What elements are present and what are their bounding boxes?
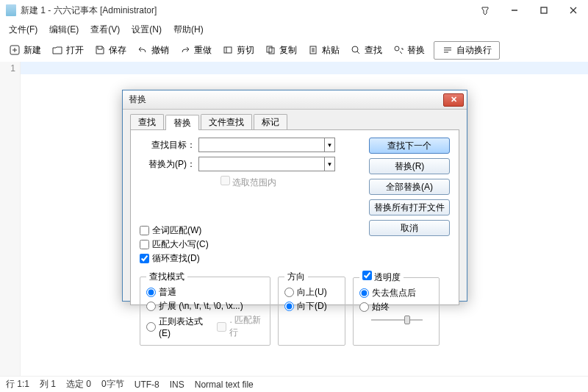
window-controls	[476, 1, 582, 19]
match-case-checkbox[interactable]	[140, 240, 149, 249]
tb-find[interactable]: 查找	[345, 42, 387, 59]
tb-open-label: 打开	[66, 44, 84, 57]
mode-regex[interactable]: 正则表达式(E) . 匹配新行	[146, 314, 264, 339]
dialog-body: 查找 替换 文件查找 标记 查找目标： ▼ 替换为(P)： ▼ 选取范围内 查找…	[123, 110, 467, 313]
find-target-input[interactable]: ▼	[198, 138, 335, 152]
slider-thumb[interactable]	[404, 316, 410, 324]
direction-group: 方向 向上(U) 向下(D)	[278, 271, 345, 346]
status-sel: 选定 0	[66, 378, 91, 391]
tb-replace-label: 替换	[407, 44, 425, 57]
status-filetype: Normal text file	[195, 379, 254, 390]
dot-newline-checkbox	[217, 322, 226, 332]
match-case-option[interactable]: 匹配大小写(C)	[140, 238, 450, 251]
tb-cut-label: 剪切	[237, 44, 254, 57]
tb-find-label: 查找	[365, 44, 382, 57]
replace-icon	[392, 44, 404, 56]
cut-icon	[222, 44, 234, 56]
menu-help[interactable]: 帮助(H)	[168, 22, 209, 38]
tb-wrap[interactable]: 自动换行	[434, 41, 500, 60]
replace-all-open-button[interactable]: 替换所有打开文件	[369, 199, 450, 215]
transparency-group: 透明度 失去焦点后 始终	[353, 271, 440, 346]
option-groups: 查找模式 普通 扩展 (\n, \r, \t, \0, \x...) 正则表达式…	[140, 271, 450, 346]
svg-point-15	[352, 46, 358, 52]
replace-with-input[interactable]: ▼	[198, 157, 335, 171]
replace-button[interactable]: 替换(R)	[369, 158, 450, 174]
menu-edit[interactable]: 编辑(E)	[43, 22, 85, 38]
find-target-label: 查找目标：	[140, 139, 198, 152]
tab-file-find[interactable]: 文件查找	[201, 114, 252, 129]
status-row: 行 1:1	[6, 378, 29, 391]
cancel-button[interactable]: 取消	[369, 220, 450, 236]
tb-save-label: 保存	[109, 44, 126, 57]
replace-dialog: 替换 ✕ 查找 替换 文件查找 标记 查找目标： ▼ 替换为(P)： ▼ 选取范…	[122, 90, 467, 302]
find-next-button[interactable]: 查找下一个	[369, 138, 450, 154]
transparency-slider[interactable]	[371, 315, 423, 325]
close-button[interactable]	[564, 1, 582, 19]
search-mode-legend: 查找模式	[146, 271, 187, 283]
find-icon	[350, 44, 362, 56]
wrap-around-option[interactable]: 循环查找(D)	[140, 252, 450, 265]
status-col: 列 1	[40, 378, 56, 391]
transparency-lose-focus[interactable]: 失去焦点后	[359, 287, 433, 299]
direction-up[interactable]: 向上(U)	[284, 286, 339, 299]
transparency-legend: 透明度	[359, 271, 404, 284]
menu-view[interactable]: 查看(V)	[85, 22, 126, 38]
save-icon	[94, 44, 106, 56]
tab-mark[interactable]: 标记	[254, 114, 287, 129]
pin-button[interactable]	[476, 1, 494, 19]
tb-save[interactable]: 保存	[90, 42, 131, 59]
status-encoding: UTF-8	[135, 379, 159, 390]
replace-all-button[interactable]: 全部替换(A)	[369, 179, 450, 195]
direction-legend: 方向	[284, 271, 308, 283]
tb-paste[interactable]: 粘贴	[303, 42, 344, 59]
tb-cut[interactable]: 剪切	[218, 42, 259, 59]
dialog-titlebar[interactable]: 替换 ✕	[123, 90, 467, 110]
tb-replace[interactable]: 替换	[388, 42, 429, 59]
dialog-close-button[interactable]: ✕	[443, 93, 464, 107]
menu-file[interactable]: 文件(F)	[3, 22, 43, 38]
line-gutter: 1	[0, 62, 21, 376]
in-selection-checkbox	[220, 176, 230, 185]
status-bar: 行 1:1 列 1 选定 0 0字节 UTF-8 INS Normal text…	[0, 376, 588, 392]
status-bytes: 0字节	[101, 378, 124, 391]
status-mode: INS	[170, 379, 184, 390]
wrap-icon	[442, 44, 453, 56]
window-title: 新建 1 - 六六记事本 [Administrator]	[21, 4, 476, 17]
menu-settings[interactable]: 设置(N)	[126, 22, 168, 38]
undo-icon	[137, 44, 148, 56]
dropdown-icon[interactable]: ▼	[324, 138, 334, 152]
tb-copy[interactable]: 复制	[260, 42, 301, 59]
tb-new[interactable]: 新建	[4, 42, 46, 59]
svg-rect-1	[541, 7, 547, 13]
dialog-tabs: 查找 替换 文件查找 标记	[130, 114, 459, 130]
whole-word-checkbox[interactable]	[140, 226, 149, 235]
direction-down[interactable]: 向下(D)	[284, 300, 339, 313]
minimize-button[interactable]	[506, 1, 523, 19]
transparency-checkbox[interactable]	[362, 271, 372, 280]
tab-find[interactable]: 查找	[130, 114, 164, 129]
tb-paste-label: 粘贴	[322, 44, 340, 57]
tb-undo-label: 撤销	[151, 44, 169, 57]
mode-normal[interactable]: 普通	[146, 286, 264, 299]
wrap-around-checkbox[interactable]	[140, 254, 149, 263]
tb-open[interactable]: 打开	[47, 42, 88, 59]
document-icon	[6, 4, 16, 16]
dialog-title: 替换	[129, 93, 443, 106]
dialog-panel: 查找目标： ▼ 替换为(P)： ▼ 选取范围内 查找下一个 替换(R) 全部替换…	[130, 130, 459, 305]
transparency-always[interactable]: 始终	[359, 301, 433, 313]
dropdown-icon[interactable]: ▼	[324, 157, 334, 171]
title-bar: 新建 1 - 六六记事本 [Administrator]	[0, 0, 588, 21]
tb-undo[interactable]: 撤销	[132, 42, 173, 59]
dialog-buttons: 查找下一个 替换(R) 全部替换(A) 替换所有打开文件 取消	[369, 138, 450, 236]
tb-redo[interactable]: 重做	[175, 42, 216, 59]
tb-wrap-label: 自动换行	[456, 44, 492, 57]
tb-new-label: 新建	[24, 44, 41, 57]
toolbar: 新建 打开 保存 撤销 重做 剪切 复制 粘贴 查找 替换 自动换行	[0, 38, 588, 62]
maximize-button[interactable]	[535, 1, 553, 19]
search-mode-group: 查找模式 普通 扩展 (\n, \r, \t, \0, \x...) 正则表达式…	[140, 271, 270, 346]
line-number: 1	[0, 63, 15, 74]
mode-extended[interactable]: 扩展 (\n, \r, \t, \0, \x...)	[146, 300, 264, 313]
in-selection-option: 选取范围内	[220, 176, 276, 189]
copy-icon	[265, 44, 276, 56]
tab-replace[interactable]: 替换	[165, 115, 199, 130]
